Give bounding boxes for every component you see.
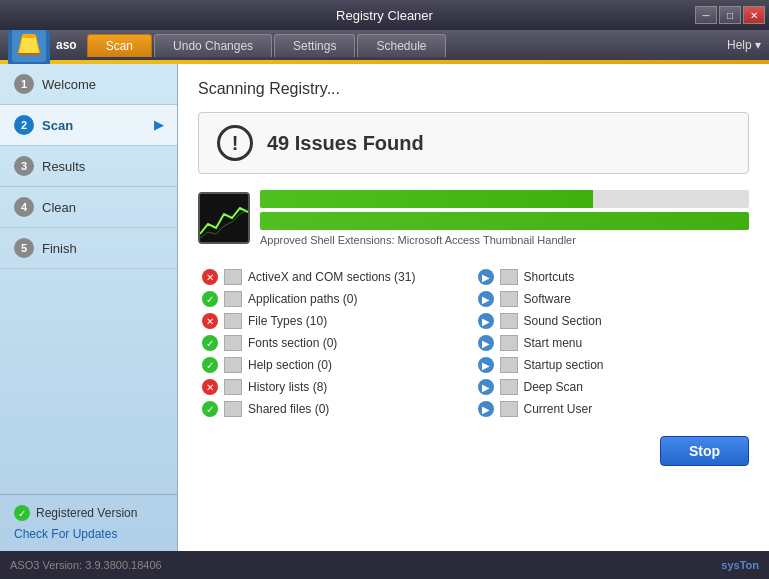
- scan-status-icon-right: ▶: [478, 335, 494, 351]
- tab-undo[interactable]: Undo Changes: [154, 34, 272, 57]
- progress-chart-icon: [198, 192, 250, 244]
- scan-item-icon: [224, 401, 242, 417]
- scan-status-icon-right: ▶: [478, 291, 494, 307]
- scan-item-label: ActiveX and COM sections (31): [248, 270, 415, 284]
- brand-text: sysTon: [721, 559, 759, 571]
- app-title: Registry Cleaner: [336, 8, 433, 23]
- svg-rect-3: [22, 34, 36, 38]
- scan-item-icon: [224, 269, 242, 285]
- scan-item-label: History lists (8): [248, 380, 327, 394]
- version-bar: ASO3 Version: 3.9.3800.18406 sysTon: [0, 551, 769, 579]
- scan-item-icon-right: [500, 335, 518, 351]
- close-button[interactable]: ✕: [743, 6, 765, 24]
- warning-icon: !: [217, 125, 253, 161]
- scan-item-icon: [224, 313, 242, 329]
- sidebar-label-5: Finish: [42, 241, 77, 256]
- sidebar-label-3: Results: [42, 159, 85, 174]
- tab-schedule[interactable]: Schedule: [357, 34, 445, 57]
- issues-box: ! 49 Issues Found: [198, 112, 749, 174]
- scan-item-left: ✓ Application paths (0): [198, 288, 474, 310]
- scan-status-icon-right: ▶: [478, 401, 494, 417]
- scan-item-label-right: Current User: [524, 402, 593, 416]
- scan-item-left: ✕ File Types (10): [198, 310, 474, 332]
- sidebar-arrow: ▶: [154, 118, 163, 132]
- tabs-area: ScanUndo ChangesSettingsSchedule: [87, 34, 446, 57]
- scan-item-left: ✓ Shared files (0): [198, 398, 474, 420]
- scan-status-icon-right: ▶: [478, 313, 494, 329]
- check-updates-link[interactable]: Check For Updates: [14, 527, 163, 541]
- scan-item-label-right: Deep Scan: [524, 380, 583, 394]
- scan-item-right: ▶ Shortcuts: [474, 266, 750, 288]
- registered-label: Registered Version: [36, 506, 137, 520]
- scan-item-icon-right: [500, 313, 518, 329]
- logo-area: aso: [8, 24, 77, 66]
- svg-rect-5: [200, 194, 248, 242]
- registered-icon: ✓: [14, 505, 30, 521]
- scan-item-icon-right: [500, 269, 518, 285]
- sidebar-num-1: 1: [14, 74, 34, 94]
- scan-item-icon-right: [500, 379, 518, 395]
- scan-item-right: ▶ Sound Section: [474, 310, 750, 332]
- svg-marker-2: [18, 36, 40, 54]
- sidebar-num-4: 4: [14, 197, 34, 217]
- progress-section: Approved Shell Extensions: Microsoft Acc…: [198, 190, 749, 246]
- tab-settings[interactable]: Settings: [274, 34, 355, 57]
- scan-status-icon: ✓: [202, 291, 218, 307]
- sidebar-num-2: 2: [14, 115, 34, 135]
- scan-item-label-right: Software: [524, 292, 571, 306]
- scan-item-left: ✕ ActiveX and COM sections (31): [198, 266, 474, 288]
- content-area: Scanning Registry... ! 49 Issues Found: [178, 64, 769, 551]
- help-button[interactable]: Help ▾: [727, 38, 761, 52]
- scan-item-right: ▶ Deep Scan: [474, 376, 750, 398]
- tab-scan[interactable]: Scan: [87, 34, 152, 57]
- menu-bar: aso ScanUndo ChangesSettingsSchedule Hel…: [0, 30, 769, 60]
- stop-button[interactable]: Stop: [660, 436, 749, 466]
- sidebar-item-finish[interactable]: 5 Finish: [0, 228, 177, 269]
- scan-item-right: ▶ Current User: [474, 398, 750, 420]
- scan-item-icon-right: [500, 357, 518, 373]
- maximize-button[interactable]: □: [719, 6, 741, 24]
- logo-text: aso: [56, 38, 77, 52]
- sidebar-bottom: ✓ Registered Version Check For Updates: [0, 494, 177, 551]
- sidebar-item-results[interactable]: 3 Results: [0, 146, 177, 187]
- scan-item-right: ▶ Software: [474, 288, 750, 310]
- scan-item-right: ▶ Start menu: [474, 332, 750, 354]
- scan-item-icon: [224, 357, 242, 373]
- scan-item-icon-right: [500, 401, 518, 417]
- scan-status-icon-right: ▶: [478, 357, 494, 373]
- scan-item-left: ✕ History lists (8): [198, 376, 474, 398]
- scan-status-icon: ✓: [202, 401, 218, 417]
- sidebar-label-1: Welcome: [42, 77, 96, 92]
- scan-items-grid: ✕ ActiveX and COM sections (31) ✓ Applic…: [198, 266, 749, 420]
- sidebar-nav: 1 Welcome 2 Scan ▶ 3 Results 4 Clean 5 F…: [0, 64, 177, 269]
- scan-item-label-right: Start menu: [524, 336, 583, 350]
- app-logo-icon: [8, 24, 50, 66]
- sidebar-item-clean[interactable]: 4 Clean: [0, 187, 177, 228]
- minimize-button[interactable]: ─: [695, 6, 717, 24]
- content-footer: Stop: [198, 436, 749, 466]
- sidebar-label-4: Clean: [42, 200, 76, 215]
- sidebar-num-5: 5: [14, 238, 34, 258]
- progress-bar-1: [260, 190, 749, 208]
- scan-item-left: ✓ Help section (0): [198, 354, 474, 376]
- scan-item-right: ▶ Startup section: [474, 354, 750, 376]
- scan-status-icon: ✓: [202, 335, 218, 351]
- scan-status-icon: ✕: [202, 379, 218, 395]
- scan-item-label: Help section (0): [248, 358, 332, 372]
- scan-status-icon-right: ▶: [478, 269, 494, 285]
- sidebar-item-welcome[interactable]: 1 Welcome: [0, 64, 177, 105]
- scan-item-icon: [224, 291, 242, 307]
- scanning-title: Scanning Registry...: [198, 80, 749, 98]
- scan-item-label-right: Sound Section: [524, 314, 602, 328]
- window-controls: ─ □ ✕: [695, 6, 765, 24]
- sidebar-item-scan[interactable]: 2 Scan ▶: [0, 105, 177, 146]
- scan-item-label: Fonts section (0): [248, 336, 337, 350]
- sidebar: 1 Welcome 2 Scan ▶ 3 Results 4 Clean 5 F…: [0, 64, 178, 551]
- scan-status-icon: ✕: [202, 313, 218, 329]
- sidebar-label-2: Scan: [42, 118, 73, 133]
- scan-item-icon: [224, 335, 242, 351]
- title-bar: Registry Cleaner ─ □ ✕: [0, 0, 769, 30]
- scan-item-left: ✓ Fonts section (0): [198, 332, 474, 354]
- version-text: ASO3 Version: 3.9.3800.18406: [10, 559, 162, 571]
- registered-status: ✓ Registered Version: [14, 505, 163, 521]
